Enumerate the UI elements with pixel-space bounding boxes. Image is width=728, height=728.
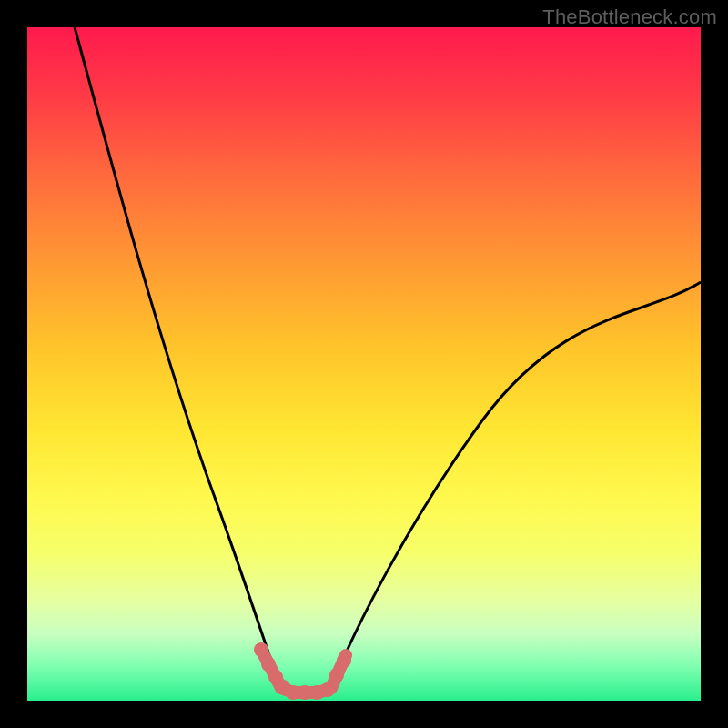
svg-point-0 [254,642,268,657]
svg-point-1 [261,657,276,672]
outer-frame: TheBottleneck.com [0,0,728,728]
chart-svg [27,27,701,701]
svg-point-9 [337,653,351,668]
left-curve [75,27,280,687]
svg-point-8 [329,668,344,682]
svg-point-7 [320,682,335,697]
plot-area [27,27,701,701]
right-curve [331,282,701,687]
attribution-text: TheBottleneck.com [542,5,717,29]
